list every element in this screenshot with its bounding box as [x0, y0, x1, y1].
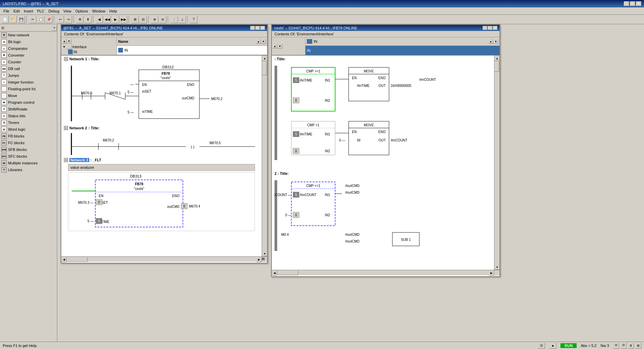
- next2-btn[interactable]: ▶▶: [120, 16, 127, 23]
- close-btn[interactable]: ✕: [636, 1, 641, 6]
- diagram-scroll-fb1[interactable]: − Network 1 : Title: DB312: [61, 56, 262, 256]
- scroll-track-h-fb78[interactable]: [277, 270, 489, 275]
- name-dn-fb78[interactable]: ▼: [493, 39, 498, 44]
- tree-up-arrow[interactable]: ▲: [62, 39, 67, 43]
- sidebar-item-libraries[interactable]: 📚 Libraries: [0, 166, 57, 173]
- scroll-dn-fb78[interactable]: ▼: [494, 264, 500, 270]
- fb1-close[interactable]: ✕: [260, 26, 265, 30]
- window-fb78-titlebar[interactable]: 'ceshi' -- S1\H47_B\CPU 414-4 H\...\FB78…: [272, 25, 500, 31]
- save-btn[interactable]: 💾: [18, 16, 25, 23]
- sidebar-item-sfc-blocks[interactable]: SFC SFC blocks: [0, 153, 57, 160]
- name-row-fb78[interactable]: IN: [305, 46, 500, 55]
- delete-nw-btn[interactable]: ⊖: [159, 16, 166, 23]
- redo-btn[interactable]: ↪: [65, 16, 72, 23]
- help-btn[interactable]: ?: [190, 16, 197, 23]
- if-up-fb78[interactable]: ▲: [272, 44, 277, 49]
- menu-window[interactable]: Window: [90, 8, 107, 14]
- scroll-right-fb1[interactable]: ▶: [256, 257, 262, 262]
- sidebar-item-integer[interactable]: + Integer function: [0, 79, 57, 86]
- nw-close-btn[interactable]: ⊟: [139, 16, 147, 23]
- cut-btn[interactable]: ✂: [29, 16, 36, 23]
- menu-file[interactable]: File: [1, 8, 11, 14]
- scroll-left-fb78[interactable]: ◀: [272, 270, 277, 276]
- scroll-up-fb1[interactable]: ▲: [262, 56, 267, 61]
- sidebar-item-db-call[interactable]: DB DB call: [0, 65, 57, 72]
- sidebar-item-multiple[interactable]: MI Multiple instances: [0, 160, 57, 166]
- new-btn[interactable]: 📄: [1, 16, 9, 23]
- scroll-up-fb78[interactable]: ▲: [494, 56, 500, 61]
- menu-insert[interactable]: Insert: [22, 8, 35, 14]
- prev-btn[interactable]: ◀: [96, 16, 103, 23]
- scroll-thumb-v-fb1[interactable]: [262, 62, 267, 75]
- menu-plc[interactable]: PLC: [35, 8, 46, 14]
- scroll-thumb-h-fb1[interactable]: [67, 257, 88, 262]
- sidebar-item-shift-rotate[interactable]: ↺ Shift/Rotate: [0, 106, 57, 113]
- fb78-scroll-content[interactable]: : Title: CMP >=1: [272, 56, 494, 270]
- window-fb1-titlebar[interactable]: @FB1 -- 'A_SET' -- S1\H47_B\CPU 414-4 H\…: [61, 25, 267, 31]
- network2-header[interactable]: − Network 2 : Title:: [61, 125, 262, 131]
- tree-down-arrow[interactable]: ▼: [67, 39, 71, 43]
- menu-options[interactable]: Options: [73, 8, 90, 14]
- sidebar-item-program-control[interactable]: ▶ Program control: [0, 99, 57, 106]
- fb78-win-close[interactable]: ✕: [493, 26, 497, 30]
- minimize-btn[interactable]: _: [624, 1, 629, 6]
- fb1-maximize[interactable]: □: [255, 26, 260, 30]
- download-btn[interactable]: ⬇: [84, 16, 92, 23]
- connect-btn[interactable]: ⊥: [179, 16, 186, 23]
- undo-btn[interactable]: ↩: [57, 16, 64, 23]
- sidebar-item-bit-logic[interactable]: ■ Bit logic: [0, 38, 57, 45]
- counter-icon: #: [1, 59, 7, 65]
- copy-btn[interactable]: 📋: [37, 16, 44, 23]
- name-up-fb78[interactable]: ▲: [488, 39, 493, 44]
- network1-collapse[interactable]: −: [64, 57, 68, 61]
- paste-btn[interactable]: 📌: [45, 16, 53, 23]
- network1-header[interactable]: − Network 1 : Title:: [61, 56, 262, 62]
- network3-collapse[interactable]: −: [64, 158, 68, 162]
- if-down-fb78[interactable]: ▼: [278, 44, 282, 49]
- sidebar-item-timers[interactable]: ⏱ Timers: [0, 119, 57, 126]
- next-btn[interactable]: ▶: [112, 16, 119, 23]
- move2-eno-label: ENO: [378, 130, 386, 134]
- scroll-thumb-h-fb78[interactable]: [278, 271, 298, 275]
- maximize-btn[interactable]: □: [630, 1, 635, 6]
- fb78-win-maximize[interactable]: □: [488, 26, 492, 30]
- align-btn[interactable]: ⋮: [170, 16, 178, 23]
- sidebar-item-status-bits[interactable]: S Status bits: [0, 113, 57, 119]
- sidebar-item-converter[interactable]: ⇄ Converter: [0, 52, 57, 59]
- fb1-minimize[interactable]: _: [250, 26, 255, 30]
- menu-debug[interactable]: Debug: [46, 8, 61, 14]
- menu-help[interactable]: Help: [107, 8, 119, 14]
- insert-nw-btn[interactable]: ⊕: [151, 16, 158, 23]
- sidebar-item-counter[interactable]: # Counter: [0, 59, 57, 65]
- sidebar-item-fc-blocks[interactable]: FC FC blocks: [0, 139, 57, 146]
- menu-view[interactable]: View: [61, 8, 73, 14]
- open-btn[interactable]: 📂: [9, 16, 17, 23]
- sidebar-scroll[interactable]: ⊞ New network ■ Bit logic ≥ Comparator ⇄: [0, 32, 57, 342]
- sidebar-item-jumps[interactable]: ↷ Jumps: [0, 72, 57, 79]
- name-selected-row[interactable]: IN: [117, 46, 267, 55]
- nw-open-btn[interactable]: ⊞: [131, 16, 139, 23]
- name-scroll-up[interactable]: ▲: [256, 39, 261, 44]
- compile-btn[interactable]: ⚙: [76, 16, 84, 23]
- sidebar-item-comparator[interactable]: ≥ Comparator: [0, 45, 57, 52]
- prev2-btn[interactable]: ◀◀: [104, 16, 111, 23]
- scroll-track-h-fb1[interactable]: [67, 257, 256, 262]
- scroll-right-fb78[interactable]: ▶: [489, 270, 494, 276]
- scroll-track-fb78[interactable]: [494, 61, 500, 264]
- sidebar-item-sfb-blocks[interactable]: SFB SFB blocks: [0, 146, 57, 153]
- sidebar-item-fb-blocks[interactable]: FB FB blocks: [0, 133, 57, 139]
- name-scroll-down[interactable]: ▼: [261, 39, 266, 44]
- network3-header[interactable]: − Network 3 : _FLT: [61, 157, 262, 163]
- menu-edit[interactable]: Edit: [11, 8, 22, 14]
- network2-collapse[interactable]: −: [64, 126, 68, 130]
- fb78-win-minimize[interactable]: _: [483, 26, 487, 30]
- sidebar-item-move[interactable]: → Move: [0, 92, 57, 99]
- scroll-thumb-fb78[interactable]: [494, 62, 499, 72]
- sidebar-item-float[interactable]: . Floating-point fct.: [0, 86, 57, 92]
- sidebar-close[interactable]: ✕: [52, 25, 57, 31]
- sidebar-item-new-network[interactable]: ⊞ New network: [0, 32, 57, 38]
- scroll-left-fb1[interactable]: ◀: [61, 257, 67, 262]
- scroll-down-fb1[interactable]: ▼: [262, 251, 267, 256]
- sidebar-item-word-logic[interactable]: W Word logic: [0, 126, 57, 133]
- scroll-track-v-fb1[interactable]: [262, 61, 267, 251]
